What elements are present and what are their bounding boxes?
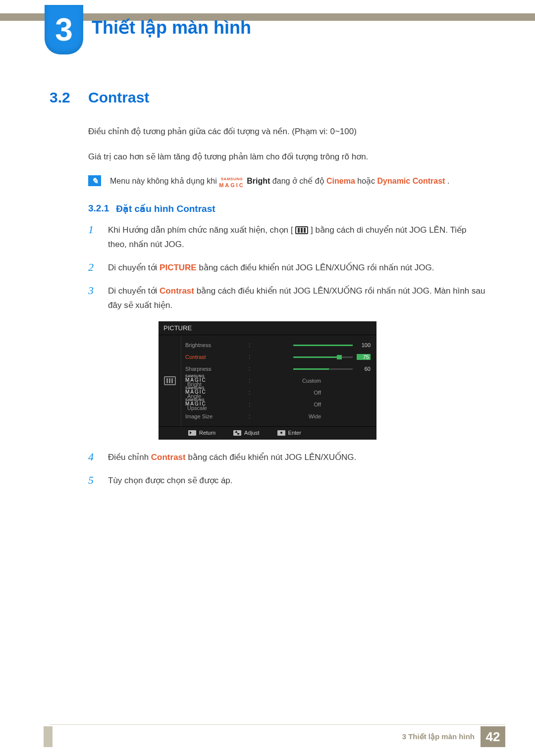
note-dynamic: Dynamic Contrast <box>377 177 445 185</box>
intro-paragraph-2: Giá trị cao hơn sẽ làm tăng độ tương phả… <box>88 150 485 163</box>
section-title: Contrast <box>88 89 149 106</box>
step-text: Khi Hướng dẫn phím chức năng xuất hiện, … <box>108 223 485 252</box>
enter-key-icon <box>277 430 285 436</box>
step-text-part: bằng cách điều khiển nút JOG LÊN/XUỐNG. <box>188 453 356 462</box>
page-footer: 3 Thiết lập màn hình 42 <box>0 726 535 747</box>
note-icon: ✎ <box>88 175 101 186</box>
step-text: Điều chỉnh Contrast bằng cách điều khiển… <box>108 451 356 465</box>
osd-sidebar <box>159 335 181 426</box>
note-text: Menu này không khả dụng khi SAMSUNG MAGI… <box>110 175 449 188</box>
osd-footer: Return Adjust Enter <box>159 426 376 440</box>
subsection-title: Đặt cấu hình Contrast <box>116 203 215 214</box>
slider <box>293 368 353 370</box>
intro-paragraph-1: Điều chỉnh độ tương phản giữa các đối tư… <box>88 125 485 138</box>
osd-value: 60 <box>357 366 371 372</box>
osd-row-image-size: Image Size : Wide <box>185 410 371 422</box>
osd-label: Sharpness <box>185 366 245 372</box>
step-keyword: PICTURE <box>160 263 197 272</box>
osd-row-contrast: Contrast : 75 <box>185 351 371 363</box>
osd-row-magic-upscale: SAMSUNG MAGICUpscale : Off <box>185 399 371 410</box>
note-text-part: . <box>447 177 449 185</box>
step-3: 3 Di chuyển tới Contrast bằng cách điều … <box>88 284 485 313</box>
step-text: Di chuyển tới Contrast bằng cách điều kh… <box>108 284 485 313</box>
osd-value: Off <box>314 390 321 396</box>
step-text-part: Khi Hướng dẫn phím chức năng xuất hiện, … <box>108 225 293 235</box>
subsection-heading: 3.2.1 Đặt cấu hình Contrast <box>88 203 485 214</box>
menu-icon <box>295 226 308 234</box>
adjust-key-icon <box>233 430 241 436</box>
osd-value: Wide <box>309 413 321 419</box>
step-number: 3 <box>88 284 97 297</box>
osd-footer-label: Return <box>199 430 215 436</box>
osd-row-magic-bright: SAMSUNG MAGICBright : Custom <box>185 375 371 387</box>
section-number: 3.2 <box>50 89 77 106</box>
chapter-number-badge: 3 <box>45 5 83 54</box>
step-number: 5 <box>88 474 97 487</box>
osd-row-sharpness: Sharpness : 60 <box>185 363 371 375</box>
step-keyword: Contrast <box>160 286 194 296</box>
note-cinema: Cinema <box>326 177 355 185</box>
osd-value: Off <box>314 402 321 407</box>
osd-label: SAMSUNG MAGICUpscale <box>185 399 245 411</box>
footer-divider <box>50 724 505 725</box>
osd-screenshot: PICTURE Brightness : 100 Contra <box>159 321 376 440</box>
magic-bottom: MAGIC <box>219 182 245 188</box>
step-number: 1 <box>88 223 97 236</box>
osd-label: SAMSUNG MAGICAngle <box>185 387 245 399</box>
step-keyword: Contrast <box>151 453 186 462</box>
osd-label: Contrast <box>185 354 245 360</box>
note-bright: Bright <box>247 177 270 185</box>
return-key-icon <box>188 430 196 436</box>
osd-footer-label: Adjust <box>244 430 260 436</box>
step-text: Di chuyển tới PICTURE bằng cách điều khi… <box>108 261 434 275</box>
osd-footer-label: Enter <box>288 430 301 436</box>
note-text-part: hoặc <box>357 177 377 185</box>
footer-chapter-text: 3 Thiết lập màn hình <box>402 732 475 741</box>
note-callout: ✎ Menu này không khả dụng khi SAMSUNG MA… <box>88 175 485 188</box>
osd-label: Brightness <box>185 342 245 348</box>
magic-top: SAMSUNG <box>221 178 243 181</box>
subsection-number: 3.2.1 <box>88 203 109 214</box>
step-text: Tùy chọn được chọn sẽ được áp. <box>108 474 233 488</box>
step-text-part: Di chuyển tới <box>108 263 160 272</box>
step-4: 4 Điều chỉnh Contrast bằng cách điều khi… <box>88 451 485 465</box>
step-text-part: Điều chỉnh <box>108 453 151 462</box>
step-2: 2 Di chuyển tới PICTURE bằng cách điều k… <box>88 261 485 275</box>
osd-value: Custom <box>302 378 321 384</box>
step-text-part: Di chuyển tới <box>108 286 160 296</box>
osd-label: Image Size <box>185 413 245 419</box>
osd-row-magic-angle: SAMSUNG MAGICAngle : Off <box>185 387 371 399</box>
osd-value: 75 <box>357 354 371 360</box>
step-5: 5 Tùy chọn được chọn sẽ được áp. <box>88 474 485 488</box>
note-text-part: đang ở chế độ <box>272 177 326 185</box>
page-number: 42 <box>481 726 505 747</box>
osd-title: PICTURE <box>159 321 376 335</box>
step-1: 1 Khi Hướng dẫn phím chức năng xuất hiện… <box>88 223 485 252</box>
chapter-title: Thiết lập màn hình <box>92 17 251 38</box>
note-text-part: Menu này không khả dụng khi <box>110 177 219 185</box>
step-number: 2 <box>88 261 97 274</box>
section-heading: 3.2 Contrast <box>50 89 485 106</box>
osd-row-brightness: Brightness : 100 <box>185 339 371 351</box>
slider <box>293 356 353 358</box>
picture-icon <box>164 376 176 385</box>
osd-label: SAMSUNG MAGICBright <box>185 375 245 387</box>
step-number: 4 <box>88 451 97 463</box>
osd-value: 100 <box>357 342 371 348</box>
step-text-part: bằng cách điều khiển nút JOG LÊN/XUỐNG r… <box>199 263 434 272</box>
slider <box>293 345 353 346</box>
